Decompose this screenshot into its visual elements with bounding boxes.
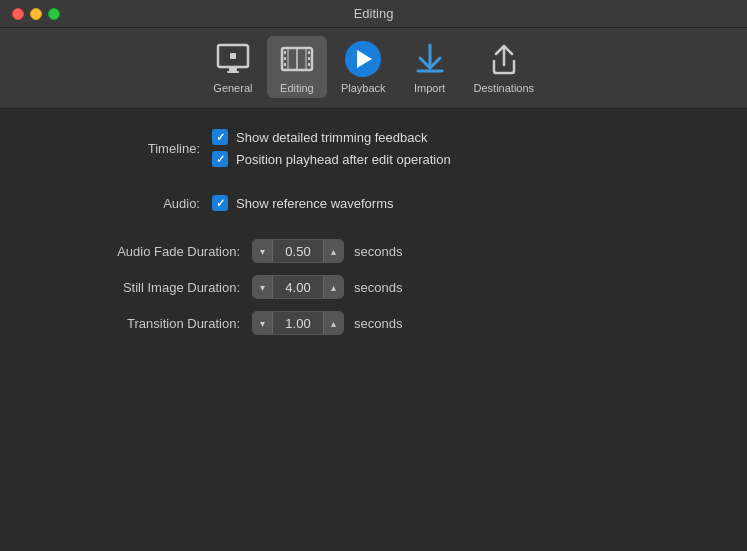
waveforms-label: Show reference waveforms <box>236 196 394 211</box>
audio-fade-label: Audio Fade Duration: <box>40 244 240 259</box>
svg-rect-11 <box>308 57 310 60</box>
toolbar-label-destinations: Destinations <box>474 82 535 94</box>
play-icon <box>344 40 382 78</box>
section-divider-1 <box>40 179 707 195</box>
audio-fade-down-button[interactable] <box>253 240 273 262</box>
chevron-up-icon <box>331 246 336 257</box>
toolbar-item-import[interactable]: Import <box>400 36 460 98</box>
maximize-button[interactable] <box>48 8 60 20</box>
toolbar-label-import: Import <box>414 82 445 94</box>
share-icon <box>485 40 523 78</box>
audio-fade-unit: seconds <box>354 244 402 259</box>
traffic-lights <box>12 8 60 20</box>
toolbar-label-playback: Playback <box>341 82 386 94</box>
svg-rect-10 <box>308 51 310 54</box>
trimming-checkbox[interactable]: ✓ <box>212 129 228 145</box>
toolbar-item-general[interactable]: General <box>203 36 263 98</box>
toolbar-item-destinations[interactable]: Destinations <box>464 36 545 98</box>
film-strip-icon <box>278 40 316 78</box>
audio-options: ✓ Show reference waveforms <box>212 195 394 211</box>
svg-rect-9 <box>284 63 286 66</box>
svg-rect-8 <box>284 57 286 60</box>
still-image-value: 4.00 <box>273 280 323 295</box>
chevron-down-icon <box>260 282 265 293</box>
chevron-down-icon <box>260 246 265 257</box>
transition-row: Transition Duration: 1.00 seconds <box>40 311 707 335</box>
timeline-section: Timeline: ✓ Show detailed trimming feedb… <box>40 129 707 167</box>
still-image-label: Still Image Duration: <box>40 280 240 295</box>
audio-label: Audio: <box>40 196 200 211</box>
waveforms-option[interactable]: ✓ Show reference waveforms <box>212 195 394 211</box>
audio-section: Audio: ✓ Show reference waveforms <box>40 195 707 211</box>
still-image-spinner[interactable]: 4.00 <box>252 275 344 299</box>
timeline-label: Timeline: <box>40 141 200 156</box>
transition-up-button[interactable] <box>323 312 343 334</box>
svg-rect-7 <box>284 51 286 54</box>
svg-rect-1 <box>229 67 237 71</box>
transition-spinner[interactable]: 1.00 <box>252 311 344 335</box>
still-image-unit: seconds <box>354 280 402 295</box>
svg-rect-2 <box>227 71 239 73</box>
toolbar-item-playback[interactable]: Playback <box>331 36 396 98</box>
transition-value: 1.00 <box>273 316 323 331</box>
chevron-up-icon <box>331 282 336 293</box>
transition-unit: seconds <box>354 316 402 331</box>
audio-fade-row: Audio Fade Duration: 0.50 seconds <box>40 239 707 263</box>
still-image-row: Still Image Duration: 4.00 seconds <box>40 275 707 299</box>
still-image-down-button[interactable] <box>253 276 273 298</box>
toolbar: General Editing Playback <box>0 28 747 109</box>
audio-fade-up-button[interactable] <box>323 240 343 262</box>
title-bar: Editing <box>0 0 747 28</box>
svg-rect-3 <box>230 53 236 59</box>
monitor-icon <box>214 40 252 78</box>
trimming-label: Show detailed trimming feedback <box>236 130 428 145</box>
audio-fade-value: 0.50 <box>273 244 323 259</box>
toolbar-label-general: General <box>213 82 252 94</box>
minimize-button[interactable] <box>30 8 42 20</box>
timeline-options: ✓ Show detailed trimming feedback ✓ Posi… <box>212 129 451 167</box>
transition-label: Transition Duration: <box>40 316 240 331</box>
waveforms-checkbox[interactable]: ✓ <box>212 195 228 211</box>
trimming-option[interactable]: ✓ Show detailed trimming feedback <box>212 129 451 145</box>
playhead-label: Position playhead after edit operation <box>236 152 451 167</box>
content-area: Timeline: ✓ Show detailed trimming feedb… <box>0 109 747 367</box>
chevron-up-icon <box>331 318 336 329</box>
toolbar-label-editing: Editing <box>280 82 314 94</box>
window-title: Editing <box>354 6 394 21</box>
chevron-down-icon <box>260 318 265 329</box>
playhead-option[interactable]: ✓ Position playhead after edit operation <box>212 151 451 167</box>
close-button[interactable] <box>12 8 24 20</box>
audio-row: Audio: ✓ Show reference waveforms <box>40 195 707 211</box>
svg-rect-12 <box>308 63 310 66</box>
section-divider-2 <box>40 223 707 239</box>
still-image-up-button[interactable] <box>323 276 343 298</box>
playhead-checkbox[interactable]: ✓ <box>212 151 228 167</box>
audio-fade-spinner[interactable]: 0.50 <box>252 239 344 263</box>
toolbar-item-editing[interactable]: Editing <box>267 36 327 98</box>
timeline-row: Timeline: ✓ Show detailed trimming feedb… <box>40 129 707 167</box>
transition-down-button[interactable] <box>253 312 273 334</box>
import-icon <box>411 40 449 78</box>
